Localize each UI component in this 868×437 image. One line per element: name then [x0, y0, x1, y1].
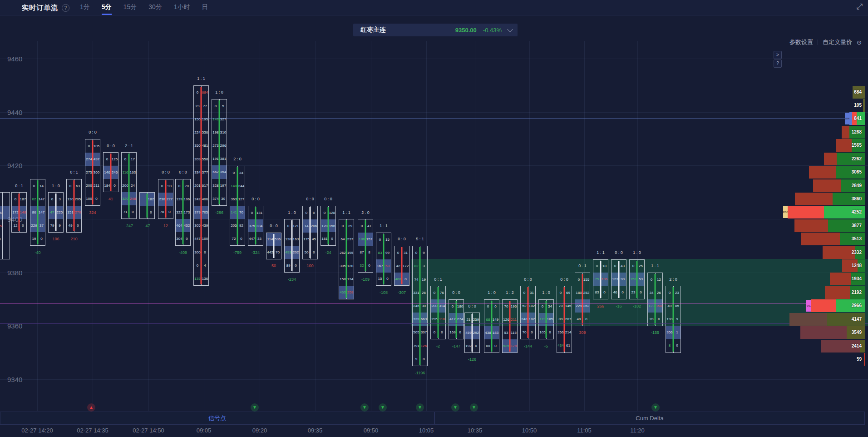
volume-profile-segment — [788, 206, 824, 218]
imbalance-ratio-label: 0 : 0 — [398, 237, 406, 241]
ask-volume-cell: 0 — [472, 339, 479, 353]
footprint-candle[interactable]: 093230227780 — [158, 179, 173, 219]
footprint-candle[interactable]: 063130205151270490 — [66, 179, 82, 233]
footprint-candle[interactable]: 0155180252229262400 — [575, 273, 590, 326]
time-gridline — [529, 41, 530, 411]
volume-profile-value: 3549 — [852, 326, 862, 339]
ask-volume-cell: 205 — [74, 193, 81, 206]
delta-label: -108 — [380, 290, 388, 295]
price-gridline — [0, 379, 868, 380]
footprint-candle[interactable]: 0347225799 — [48, 192, 64, 232]
ask-volume-cell: 24 — [129, 179, 136, 192]
ask-volume-cell: 187 — [19, 193, 26, 206]
footprint-candle[interactable]: 0341191851050 — [538, 299, 554, 339]
ask-volume-cell: 0 — [111, 179, 118, 192]
ask-volume-cell: 211 — [93, 179, 100, 192]
tab-timeframe-日[interactable]: 日 — [202, 0, 208, 15]
cum-delta-pane[interactable]: Cum Delta — [434, 412, 865, 425]
footprint-candle[interactable]: 01281281561810 — [321, 206, 336, 246]
footprint-candle[interactable]: 01052744972753602002111000 — [85, 139, 100, 206]
footprint-candle[interactable]: 013137533444733 — [248, 206, 263, 246]
help-icon[interactable]: ? — [62, 4, 69, 12]
volume-profile-value: 2332 — [852, 246, 862, 259]
signal-down-arrow[interactable]: ▼ — [451, 403, 459, 412]
footprint-candle[interactable]: 001420617545500 — [302, 206, 318, 259]
signal-up-arrow[interactable]: ▲ — [87, 403, 95, 412]
imbalance-ratio-label: 0 : 0 — [270, 223, 278, 228]
footprint-candle[interactable]: 02349851939356180 — [666, 286, 681, 353]
ask-volume-cell — [2, 233, 10, 246]
footprint-candle[interactable]: 03152102248102700 — [520, 286, 536, 339]
ask-volume-cell: 314 — [438, 299, 445, 313]
footprint-candle[interactable]: 01875196830 — [593, 259, 608, 299]
custom-volume-price-button[interactable]: 自定义量价 — [823, 38, 852, 46]
tab-timeframe-15分[interactable]: 15分 — [123, 0, 137, 15]
settings-button[interactable]: 参数设置 — [789, 38, 813, 46]
footprint-candle[interactable]: 015839916750150 — [376, 233, 391, 286]
footprint-candle[interactable]: 7019612621153115525179 — [502, 299, 518, 353]
signal-down-arrow[interactable]: ▼ — [251, 403, 259, 412]
price-axis-label: 9440 — [7, 108, 22, 116]
ask-volume-cell: 128 — [328, 206, 335, 219]
footprint-candle[interactable]: 11453644270 — [266, 233, 281, 259]
imbalance-ratio-label: 2 : 1 — [125, 144, 133, 148]
tab-timeframe-1分[interactable]: 1分 — [80, 0, 90, 15]
footprint-candle[interactable]: 01711616320024320248710 — [121, 152, 137, 219]
delta-label: -155 — [651, 330, 659, 335]
signal-pane[interactable]: 信号点 — [0, 412, 434, 425]
footprint-candle[interactable]: 01251462461840 — [103, 152, 118, 192]
volume-profile-segment — [794, 219, 828, 232]
footprint-candle[interactable]: 098237419331262463033966350530779112590 — [412, 246, 428, 366]
footprint-candle[interactable]: 02964237262195305128158134463258 — [339, 219, 354, 299]
ask-volume-cell: 262 — [582, 299, 590, 313]
expand-panel-button[interactable]: > — [774, 51, 782, 59]
footprint-candle[interactable]: 07620031429511000 — [430, 286, 446, 339]
tab-timeframe-30分[interactable]: 30分 — [148, 0, 162, 15]
instrument-selector[interactable]: 红枣主连 9350.00 -0.43% — [353, 24, 518, 36]
signal-down-arrow[interactable]: ▼ — [651, 403, 660, 412]
footprint-candle[interactable]: 0514832719831027329619138166235432819737… — [212, 99, 227, 206]
delta-label: 266 — [597, 304, 604, 308]
collapse-icon[interactable]: ⤢ — [856, 2, 863, 11]
ask-volume-cell: 115 — [510, 326, 517, 339]
footprint-candle[interactable]: 0068149438183800 — [484, 299, 499, 353]
time-axis-label: 10:05 — [419, 427, 434, 434]
footprint-candle[interactable]: 1165305530 — [0, 192, 10, 259]
footprint-candle[interactable]: 02515853230 — [629, 259, 645, 299]
footprint-candle[interactable]: 031421724680 — [394, 246, 409, 286]
footprint-candle[interactable]: 04312390460 — [611, 259, 626, 299]
footprint-candle[interactable]: 014621478614722937190 — [30, 179, 45, 246]
tab-timeframe-1小时[interactable]: 1小时 — [174, 0, 190, 15]
time-gridline — [637, 41, 638, 411]
target-icon[interactable]: ⊙ — [857, 39, 862, 46]
footprint-candle[interactable]: 0341402443631271417020592720 — [230, 166, 245, 246]
candle-body-line — [219, 100, 220, 204]
footprint-candle[interactable]: 0123426123190200 — [647, 273, 663, 326]
imbalance-ratio-label: 2 : 0 — [669, 277, 677, 282]
footprint-candle[interactable]: 212594592921920 — [464, 313, 480, 353]
imbalance-ratio-label: 1 : 1 — [197, 76, 205, 81]
footprint-chart[interactable]: 9460944094209400938093609340684105VAH841… — [0, 0, 868, 437]
footprint-candle[interactable]: 01804122741690 — [449, 299, 464, 339]
panel-help-button[interactable]: ? — [774, 60, 782, 68]
ask-volume-cell: 45 — [310, 233, 317, 246]
signal-down-arrow[interactable]: ▼ — [379, 403, 387, 412]
footprint-candle[interactable]: 0701391063221734644323040 — [175, 179, 191, 246]
ask-volume-cell: 105 — [93, 139, 100, 153]
tab-timeframe-5分[interactable]: 5分 — [102, 0, 112, 15]
footprint-candle[interactable]: 0121138163493202890 — [284, 219, 300, 273]
ask-volume-cell: 617 — [201, 179, 208, 192]
footprint-candle[interactable]: 041186157878320 — [358, 219, 373, 273]
footprint-candle[interactable]: 069701458920726621443461 — [557, 286, 572, 353]
signal-down-arrow[interactable]: ▼ — [360, 403, 369, 412]
footprint-candle[interactable]: 1820 — [139, 192, 155, 219]
volume-profile-segment — [789, 313, 827, 326]
signal-down-arrow[interactable]: ▼ — [416, 403, 424, 412]
footprint-candle[interactable]: 0187172148120 — [11, 192, 27, 232]
footprint-candle[interactable]: 0684237715019522453635048120955833437720… — [193, 85, 209, 286]
val-tag: VAL — [806, 300, 811, 312]
ask-volume-cell: 128 — [346, 259, 354, 273]
ask-volume-cell: 14 — [38, 179, 45, 193]
signal-down-arrow[interactable]: ▼ — [470, 403, 478, 412]
price-axis-label: 9460 — [7, 55, 22, 63]
